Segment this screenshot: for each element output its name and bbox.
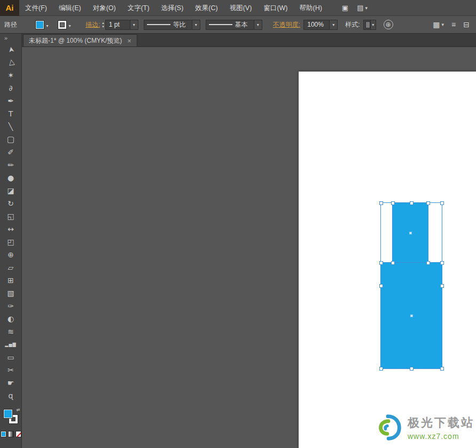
watermark-site-name: 极光下载站 [408,415,474,431]
paintbrush-tool[interactable]: ✐ [0,146,22,159]
stroke-weight-stepper[interactable]: ▴ ▾ [102,21,104,28]
rectangle-tool[interactable]: ▢ [0,133,22,146]
globe-icon[interactable]: ⊕ [384,20,393,29]
chevron-down-icon[interactable]: ▾ [130,20,138,29]
symbol-sprayer-tool[interactable]: ≋ [0,325,22,338]
type-tool[interactable]: T [0,107,22,120]
shape-builder-tool[interactable]: ⊕ [0,248,22,261]
fill-well[interactable] [4,410,12,418]
slice-tool[interactable]: ✂ [0,364,22,376]
selection-handle[interactable] [379,284,383,288]
opacity-value: 100% [304,21,329,28]
selection-handle[interactable] [379,201,383,205]
eraser-tool[interactable]: ◪ [0,184,22,197]
arrange-documents-icon[interactable]: ▣ [342,4,348,12]
opacity-field[interactable]: 100% ▾ [303,20,338,30]
chevron-down-icon[interactable]: ▾ [329,20,337,29]
line-segment-tool[interactable]: ╲ [0,120,22,133]
lasso-tool[interactable]: ∂ [0,82,22,95]
control-bar-right-icons: ▦ ▾ ≡ ⊟ [433,20,472,29]
menubar-right-icons: ▣ ▤ ▾ [342,4,368,12]
selection-handle[interactable] [440,284,444,288]
chevron-down-icon[interactable]: ▾ [67,20,73,29]
workspace-switcher[interactable]: ▤ ▾ [357,4,368,12]
menu-item-help[interactable]: 帮助(H) [294,0,328,15]
stroke-color-picker[interactable]: ▾ [58,20,73,29]
toolbar-tools: ➤▷✶∂✒T╲▢✐✏●◪↻◱↔◰⊕▱⊞▧✑◐≋▂▅▇▭✂☛ɋ [0,43,22,402]
stepper-up-icon[interactable]: ▴ [102,21,104,25]
gradient-tool[interactable]: ▧ [0,287,22,300]
app-logo[interactable]: Ai [0,0,19,16]
pen-tool[interactable]: ✒ [0,95,22,107]
stroke-color-swatch[interactable] [58,20,67,29]
selection-handle[interactable] [410,367,413,371]
artboard[interactable] [299,72,476,448]
selection-handle[interactable] [440,261,444,265]
menu-item-file[interactable]: 文件(F) [19,0,53,15]
center-point [409,232,412,234]
stroke-profile-dropdown[interactable]: 等比 ▾ [144,20,200,30]
selection-handle[interactable] [391,261,395,265]
gradient-button[interactable] [8,431,14,437]
selection-handle[interactable] [440,201,444,205]
none-button[interactable] [15,431,21,437]
swap-fill-stroke-icon[interactable]: ⇄ [17,407,20,412]
selection-handle[interactable] [426,201,430,205]
menu-item-window[interactable]: 窗口(W) [257,0,293,15]
selection-handle[interactable] [391,201,395,205]
tool-palette: » ➤▷✶∂✒T╲▢✐✏●◪↻◱↔◰⊕▱⊞▧✑◐≋▂▅▇▭✂☛ɋ ⇄ [0,34,22,448]
hand-tool[interactable]: ☛ [0,376,22,389]
chevron-down-icon[interactable]: ▾ [370,20,376,29]
perspective-grid-tool[interactable]: ▱ [0,261,22,274]
tab-close-icon[interactable]: × [127,37,131,45]
brush-preview [209,24,232,25]
canvas[interactable]: 极光下载站 www.xz7.com [22,47,476,448]
menu-item-effect[interactable]: 效果(C) [189,0,223,15]
menu-item-type[interactable]: 文字(T) [122,0,155,15]
free-transform-tool[interactable]: ◰ [0,235,22,248]
menu-item-object[interactable]: 对象(O) [87,0,122,15]
pencil-tool[interactable]: ✏ [0,159,22,171]
selection-handle[interactable] [426,261,430,265]
eyedropper-tool[interactable]: ✑ [0,300,22,312]
opacity-link[interactable]: 不透明度: [273,20,300,29]
chevron-down-icon: ▾ [442,22,444,27]
style-dropdown[interactable]: ▾ [363,20,376,30]
selection-handle[interactable] [379,261,383,265]
stroke-weight-value: 1 pt [106,21,130,28]
stroke-weight-field[interactable]: 1 pt ▾ [105,20,138,30]
transform-panel-icon[interactable]: ⊟ [463,20,470,29]
blend-tool[interactable]: ◐ [0,312,22,325]
select-similar-icon[interactable]: ▦ ▾ [433,20,444,29]
mesh-tool[interactable]: ⊞ [0,274,22,287]
chevron-down-icon[interactable]: ▾ [254,20,262,29]
main-area: » ➤▷✶∂✒T╲▢✐✏●◪↻◱↔◰⊕▱⊞▧✑◐≋▂▅▇▭✂☛ɋ ⇄ 未标题-1… [0,34,476,448]
artboard-tool[interactable]: ▭ [0,351,22,364]
selection-handle[interactable] [379,367,383,371]
align-panel-icon[interactable]: ≡ [451,20,456,29]
menu-item-view[interactable]: 视图(V) [224,0,258,15]
brush-definition-dropdown[interactable]: 基本 ▾ [206,20,262,30]
center-point [410,315,413,317]
fill-color-button[interactable] [1,431,6,437]
stroke-weight-link[interactable]: 描边: [85,20,100,29]
zoom-tool[interactable]: ɋ [0,389,22,402]
selection-handle[interactable] [410,201,413,205]
watermark: 极光下载站 www.xz7.com [373,413,474,442]
selection-handle[interactable] [440,367,444,371]
menubar-items: 文件(F)编辑(E)对象(O)文字(T)选择(S)效果(C)视图(V)窗口(W)… [19,0,328,15]
rotate-tool[interactable]: ↻ [0,197,22,210]
menubar: Ai 文件(F)编辑(E)对象(O)文字(T)选择(S)效果(C)视图(V)窗口… [0,0,476,16]
blob-brush-tool[interactable]: ● [0,171,22,184]
menu-item-select[interactable]: 选择(S) [155,0,190,15]
document-tab[interactable]: 未标题-1* @ 100% (CMYK/预览) × [23,34,137,46]
stepper-down-icon[interactable]: ▾ [102,25,104,28]
menu-item-edit[interactable]: 编辑(E) [53,0,87,15]
chevron-down-icon[interactable]: ▾ [44,20,50,29]
fill-color-swatch[interactable] [35,20,44,29]
fill-color-picker[interactable]: ▾ [35,20,50,29]
width-tool[interactable]: ↔ [0,223,22,235]
column-graph-tool[interactable]: ▂▅▇ [0,338,22,351]
scale-tool[interactable]: ◱ [0,210,22,223]
chevron-down-icon[interactable]: ▾ [192,20,200,29]
